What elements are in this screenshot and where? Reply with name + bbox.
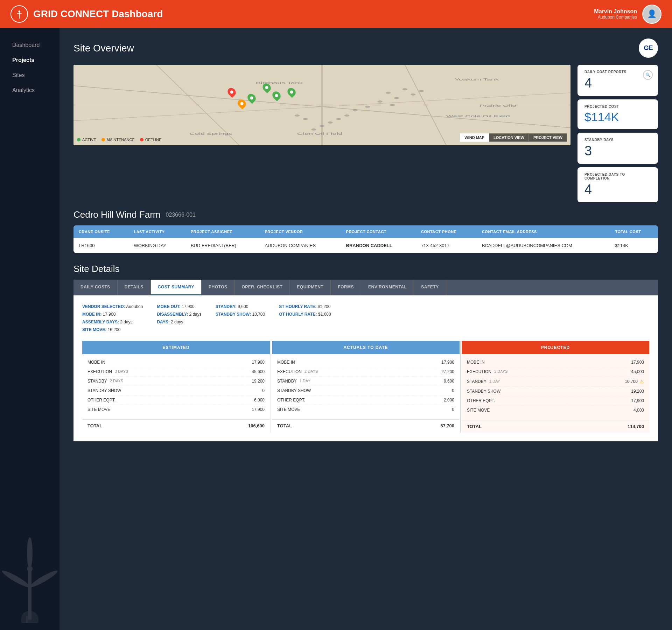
cost-param-col-1: VENDOR SELECTED: Audubon MOBE IN: 17,900…: [82, 304, 143, 332]
est-mobe-in-label: MOBE IN: [88, 360, 105, 365]
app-logo: [10, 5, 28, 23]
svg-point-24: [390, 104, 395, 106]
actuals-header: ACTUALS TO DATE: [272, 341, 460, 354]
legend-maintenance: MAINTENANCE: [102, 138, 135, 142]
param-standby-show: STANDBY SHOW: 10,700: [216, 312, 265, 317]
cell-crane-onsite: LR1600: [74, 238, 128, 253]
proj-other-eqpt: OTHER EQPT. 17,900: [467, 396, 644, 406]
user-avatar[interactable]: 👤: [642, 5, 662, 24]
sidebar-item-sites[interactable]: Sites: [7, 69, 52, 82]
est-standby: STANDBY 2 DAYS 19,200: [88, 377, 265, 386]
proj-standby-val-wrap: 10,700 ⚠: [625, 379, 644, 384]
act-standby: STANDBY 1 DAY 9,600: [277, 377, 454, 386]
svg-rect-10: [26, 616, 28, 623]
svg-point-23: [378, 100, 383, 103]
est-exec-days: 3 DAYS: [115, 369, 128, 374]
site-overview-section: Site Overview GE: [74, 38, 658, 202]
map-tabs: WIND MAP LOCATION VIEW PROJECT VIEW: [460, 133, 567, 142]
projected-rows: MOBE IN 17,900 EXECUTION 3 DAYS 45,000: [462, 354, 649, 418]
cost-tables: ESTIMATED MOBE IN 17,900 EXECUTION: [82, 341, 649, 433]
site-details-section: Site Details DAILY COSTS DETAILS COST SU…: [74, 264, 658, 441]
tab-oper-checklist[interactable]: OPER. CHECKLIST: [235, 280, 290, 295]
est-standby-show-label: STANDBY SHOW: [88, 388, 121, 393]
svg-text:Yoakum Tank: Yoakum Tank: [455, 78, 499, 81]
tab-environmental[interactable]: ENVIRONMENTAL: [361, 280, 414, 295]
param-mobe-in-value: 17,900: [103, 312, 116, 317]
col-last-activity: LAST ACTIVITY: [128, 225, 185, 238]
svg-text:Glen Oil Field: Glen Oil Field: [297, 132, 342, 135]
sidebar-item-dashboard[interactable]: Dashboard: [7, 38, 52, 52]
estimated-section: ESTIMATED MOBE IN 17,900 EXECUTION: [82, 341, 270, 433]
est-total-value: 106,600: [248, 423, 265, 428]
est-other-val: 6,000: [254, 398, 265, 402]
projected-header: PROJECTED: [462, 341, 649, 354]
map-tab-wind[interactable]: WIND MAP: [460, 133, 489, 142]
est-site-move: SITE MOVE 17,900: [88, 405, 265, 414]
daily-cost-label: DAILY COST REPORTS: [584, 70, 651, 74]
tab-details[interactable]: DETAILS: [118, 280, 151, 295]
svg-point-21: [411, 93, 415, 96]
act-total-value: 57,700: [440, 423, 454, 428]
sidebar-item-projects[interactable]: Projects: [7, 54, 52, 67]
svg-text:Cold Springs: Cold Springs: [189, 132, 232, 135]
user-company: Audubon Companies: [594, 15, 637, 20]
legend-active: ACTIVE: [77, 138, 96, 142]
divider-1: [271, 341, 271, 433]
col-contact-email: CONTACT EMAIL ADDRESS: [477, 225, 610, 238]
svg-point-30: [320, 125, 324, 127]
svg-point-25: [353, 109, 358, 111]
param-site-move: SITE MOVE: 16,200: [82, 327, 143, 332]
act-execution: EXECUTION 2 DAYS 27,200: [277, 367, 454, 377]
proj-total-row: TOTAL 114,700: [462, 420, 649, 433]
map-container[interactable]: Birdhaus Tank Yoakum Tank Prairie Olio W…: [74, 65, 570, 145]
tab-equipment[interactable]: EQUIPMENT: [290, 280, 331, 295]
map-tab-location[interactable]: LOCATION VIEW: [489, 133, 529, 142]
svg-point-32: [303, 118, 308, 120]
svg-text:West Cole Oil Field: West Cole Oil Field: [446, 114, 510, 118]
svg-point-19: [394, 97, 399, 99]
app-header: GRID CONNECT Dashboard Marvin Johnson Au…: [0, 0, 672, 28]
param-st-value: $1,200: [318, 304, 331, 309]
svg-point-20: [402, 88, 407, 90]
param-mobe-out: MOBE OUT: 17,900: [157, 304, 201, 309]
proj-standby-show-label: STANDBY SHOW: [467, 389, 500, 394]
active-dot: [77, 138, 80, 141]
app-title: GRID CONNECT Dashboard: [33, 8, 163, 20]
projected-cost-value: $114K: [584, 110, 651, 124]
tab-photos[interactable]: PHOTOS: [202, 280, 234, 295]
act-other-val: 2,000: [444, 398, 454, 402]
standby-days-label: STANDBY DAYS: [584, 138, 651, 142]
proj-mobe-val: 17,900: [631, 360, 644, 365]
est-exec-val: 45,600: [252, 369, 265, 374]
svg-point-26: [365, 106, 370, 108]
stat-cards: DAILY COST REPORTS 4 🔍 PROJECTED COST $1…: [578, 65, 658, 202]
tab-cost-summary[interactable]: COST SUMMARY: [151, 280, 202, 295]
site-overview-title: Site Overview: [74, 43, 134, 54]
tab-forms[interactable]: FORMS: [331, 280, 361, 295]
proj-site-move: SITE MOVE 4,000: [467, 406, 644, 415]
proj-other-val: 17,900: [631, 398, 644, 403]
projected-days-value: 4: [584, 182, 651, 197]
param-disassembly: DISASSEMBLY: 2 days: [157, 312, 201, 317]
cell-total-cost: $114K: [610, 238, 658, 253]
proj-standby-days: 1 DAY: [489, 379, 500, 384]
svg-point-28: [336, 118, 341, 120]
sidebar-nav: Dashboard Projects Sites Analytics: [0, 38, 59, 97]
cell-project-vendor: AUDUBON COMPANIES: [259, 238, 341, 253]
map-tab-project[interactable]: PROJECT VIEW: [529, 133, 567, 142]
project-section: Cedro Hill Wind Farm 023666-001 CRANE ON…: [74, 209, 658, 253]
est-other-eqpt: OTHER EQPT. 6,000: [88, 396, 265, 405]
actuals-rows: MOBE IN 17,900 EXECUTION 2 DAYS 27,200: [272, 354, 460, 418]
tab-safety[interactable]: SAFETY: [414, 280, 446, 295]
act-total-row: TOTAL 57,700: [272, 419, 460, 432]
svg-text:Birdhaus Tank: Birdhaus Tank: [256, 81, 303, 85]
act-exec-label: EXECUTION: [277, 369, 302, 374]
est-total-label: TOTAL: [88, 423, 102, 428]
search-icon[interactable]: 🔍: [643, 70, 653, 80]
act-exec-val: 27,200: [441, 369, 454, 374]
cost-params: VENDOR SELECTED: Audubon MOBE IN: 17,900…: [82, 304, 649, 332]
cell-project-assignee: BUD FREDIANI (BFR): [186, 238, 259, 253]
est-standby-show: STANDBY SHOW 0: [88, 386, 265, 396]
sidebar-item-analytics[interactable]: Analytics: [7, 84, 52, 97]
tab-daily-costs[interactable]: DAILY COSTS: [74, 280, 118, 295]
